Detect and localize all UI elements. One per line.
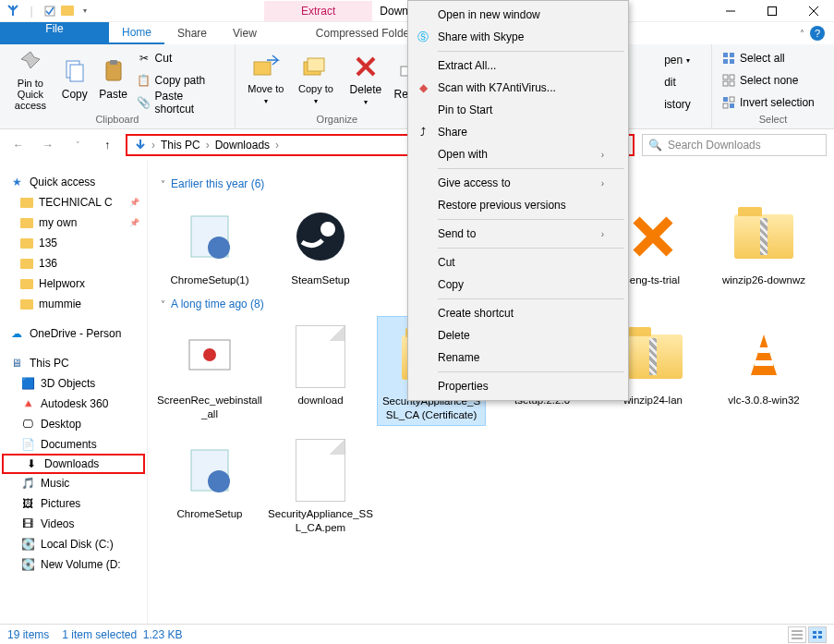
menu-open-new-window[interactable]: Open in new window bbox=[410, 4, 626, 26]
menu-share[interactable]: ⤴Share bbox=[410, 121, 626, 143]
sidebar-item[interactable]: Helpworx bbox=[0, 273, 147, 294]
menu-rename[interactable]: Rename bbox=[410, 346, 626, 369]
view-icons-button[interactable] bbox=[808, 626, 827, 643]
search-input[interactable]: 🔍 Search Downloads bbox=[642, 134, 827, 156]
file-item[interactable]: vlc-3.0.8-win32 bbox=[709, 316, 818, 426]
chevron-right-icon[interactable]: › bbox=[206, 139, 210, 152]
tab-file[interactable]: File bbox=[0, 22, 109, 44]
chevron-right-icon[interactable]: › bbox=[151, 139, 155, 152]
menu-pin-start[interactable]: Pin to Start bbox=[410, 99, 626, 121]
delete-button[interactable]: Delete▾ bbox=[341, 46, 391, 111]
sidebar-item-desktop[interactable]: 🖵Desktop bbox=[0, 414, 147, 434]
menu-give-access[interactable]: Give access to› bbox=[410, 172, 626, 194]
sidebar-quick-access[interactable]: ★Quick access bbox=[0, 172, 147, 192]
sidebar-item[interactable]: 136 bbox=[0, 253, 147, 273]
status-bar: 19 items 1 item selected 1.23 KB bbox=[0, 624, 834, 644]
select-all-button[interactable]: Select all bbox=[718, 48, 828, 68]
file-item[interactable]: SecurityAppliance_SSL_CA.pem bbox=[266, 430, 375, 538]
sidebar-item[interactable]: my own bbox=[0, 213, 147, 233]
paste-shortcut-button[interactable]: 📎Paste shortcut bbox=[133, 92, 229, 113]
svg-rect-17 bbox=[730, 53, 734, 57]
folder-icon bbox=[6, 4, 20, 18]
sidebar-item[interactable]: mummie bbox=[0, 294, 147, 314]
menu-extract-all[interactable]: Extract All... bbox=[410, 55, 626, 77]
sidebar-item-autodesk-360[interactable]: 🔺Autodesk 360 bbox=[0, 394, 147, 414]
file-item[interactable]: download bbox=[266, 316, 375, 426]
tab-home[interactable]: Home bbox=[109, 22, 164, 44]
nav-recent-dropdown[interactable]: ˅ bbox=[66, 134, 89, 156]
menu-create-shortcut[interactable]: Create shortcut bbox=[410, 302, 626, 324]
menu-delete[interactable]: Delete bbox=[410, 324, 626, 346]
sidebar-item-pictures[interactable]: 🖼Pictures bbox=[0, 493, 147, 514]
menu-open-with[interactable]: Open with› bbox=[410, 143, 626, 165]
sidebar-item-downloads[interactable]: ⬇Downloads bbox=[2, 454, 145, 474]
menu-copy[interactable]: Copy bbox=[410, 273, 626, 296]
file-item[interactable]: ChromeSetup bbox=[155, 430, 264, 538]
pc-icon: 🖥 bbox=[9, 356, 24, 371]
menu-restore[interactable]: Restore previous versions bbox=[410, 194, 626, 216]
folder-icon: 🎵 bbox=[20, 476, 35, 491]
sidebar-item-local-disk-c-[interactable]: 💽Local Disk (C:) bbox=[0, 534, 147, 554]
sidebar-item-3d-objects[interactable]: 🟦3D Objects bbox=[0, 373, 147, 394]
file-item[interactable]: ScreenRec_webinstall_all bbox=[155, 316, 264, 426]
copy-path-button[interactable]: 📋Copy path bbox=[133, 70, 229, 91]
help-icon[interactable]: ? bbox=[810, 26, 825, 41]
svg-rect-20 bbox=[723, 75, 728, 79]
file-item[interactable]: winzip26-downwz bbox=[709, 196, 818, 290]
qat-dropdown-icon[interactable]: ▾ bbox=[78, 4, 92, 18]
sidebar-item-videos[interactable]: 🎞Videos bbox=[0, 514, 147, 534]
sidebar[interactable]: ★Quick access TECHNICAL Cmy own135136Hel… bbox=[0, 161, 148, 624]
sidebar-onedrive[interactable]: ☁OneDrive - Person bbox=[0, 323, 147, 344]
history-cutoff[interactable]: istory bbox=[660, 94, 706, 115]
paste-button[interactable]: Paste bbox=[94, 46, 133, 111]
context-menu: Open in new window ⓈShare with Skype Ext… bbox=[407, 0, 629, 401]
menu-send-to[interactable]: Send to› bbox=[410, 223, 626, 245]
nav-up-button[interactable]: ↑ bbox=[96, 134, 118, 156]
chevron-down-icon: ˅ bbox=[161, 179, 165, 189]
select-none-button[interactable]: Select none bbox=[718, 70, 828, 91]
menu-k7-scan[interactable]: ◆Scan with K7AntiVirus... bbox=[410, 77, 626, 99]
sidebar-item-music[interactable]: 🎵Music bbox=[0, 473, 147, 493]
checkbox-icon[interactable] bbox=[42, 4, 57, 18]
close-button[interactable] bbox=[792, 0, 834, 22]
copy-to-button[interactable]: Copy to▾ bbox=[291, 46, 341, 111]
open-dropdown-cutoff[interactable]: pen ▾ bbox=[660, 50, 706, 70]
invert-selection-button[interactable]: Invert selection bbox=[718, 92, 828, 113]
sidebar-item[interactable]: 135 bbox=[0, 233, 147, 253]
tab-view[interactable]: View bbox=[220, 22, 270, 44]
tab-share[interactable]: Share bbox=[164, 22, 220, 44]
folder-small-icon[interactable] bbox=[61, 6, 74, 16]
sidebar-item[interactable]: TECHNICAL C bbox=[0, 192, 147, 213]
ribbon-collapse-icon[interactable]: ˄ bbox=[800, 29, 804, 39]
cut-button[interactable]: ✂Cut bbox=[133, 48, 229, 68]
crumb-this-pc[interactable]: This PC bbox=[159, 139, 202, 152]
contextual-tab-extract[interactable]: Extract bbox=[264, 1, 372, 21]
menu-cut[interactable]: Cut bbox=[410, 251, 626, 273]
edit-cutoff[interactable]: dit bbox=[660, 72, 706, 92]
svg-rect-27 bbox=[723, 103, 728, 108]
pin-quick-access-button[interactable]: Pin to Quick access bbox=[6, 46, 55, 111]
copy-button[interactable]: Copy bbox=[55, 46, 94, 111]
file-item[interactable]: ChromeSetup(1) bbox=[155, 196, 264, 290]
group-organize: Organize bbox=[241, 114, 433, 127]
svg-point-30 bbox=[296, 213, 344, 261]
view-details-button[interactable] bbox=[788, 626, 806, 643]
sidebar-this-pc[interactable]: 🖥This PC bbox=[0, 353, 147, 373]
crumb-downloads[interactable]: Downloads bbox=[213, 139, 272, 152]
svg-point-31 bbox=[320, 222, 335, 237]
menu-properties[interactable]: Properties bbox=[410, 375, 626, 397]
nav-forward-button[interactable]: → bbox=[37, 134, 59, 156]
menu-skype[interactable]: ⓈShare with Skype bbox=[410, 26, 626, 48]
move-to-button[interactable]: Move to▾ bbox=[241, 46, 291, 111]
sidebar-item-documents[interactable]: 📄Documents bbox=[0, 434, 147, 455]
minimize-button[interactable] bbox=[709, 0, 751, 22]
file-thumb bbox=[727, 320, 801, 394]
copy-icon bbox=[60, 56, 90, 86]
nav-back-button[interactable]: ← bbox=[7, 134, 30, 156]
file-item[interactable]: SteamSetup bbox=[266, 196, 375, 290]
sidebar-item-new-volume-d-[interactable]: 💽New Volume (D: bbox=[0, 554, 147, 575]
chevron-right-icon[interactable]: › bbox=[275, 139, 279, 152]
folder-icon bbox=[20, 299, 33, 310]
maximize-button[interactable] bbox=[751, 0, 792, 22]
star-icon: ★ bbox=[9, 175, 24, 189]
